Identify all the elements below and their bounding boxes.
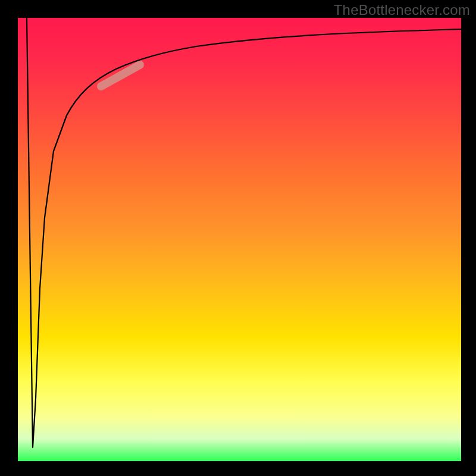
highlight-segment [101, 65, 140, 86]
watermark-text: TheBottlenecker.com [334, 2, 470, 18]
chart-curve-svg [18, 18, 461, 461]
chart-frame: TheBottlenecker.com [0, 0, 476, 476]
chart-plot-area [18, 18, 461, 461]
bottleneck-curve [27, 18, 461, 447]
